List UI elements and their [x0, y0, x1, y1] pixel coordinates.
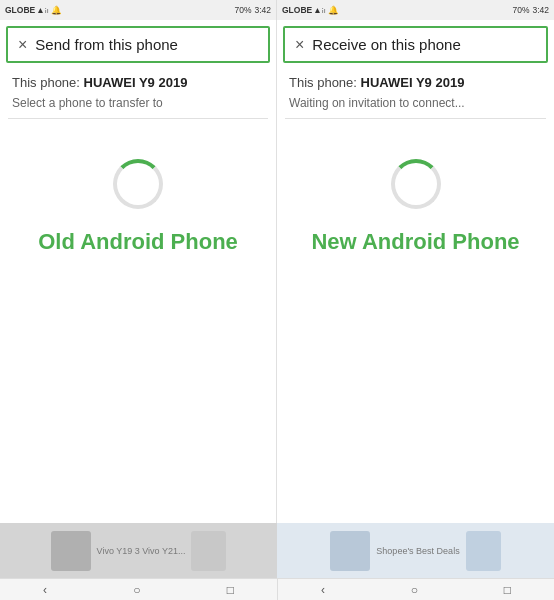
send-phone-name: HUAWEI Y9 2019 [84, 75, 188, 90]
ad-right-text: Shopee's Best Deals [374, 544, 461, 558]
receive-subtitle: Waiting on invitation to connect... [277, 94, 554, 118]
back-button-left[interactable]: ‹ [43, 583, 47, 597]
receive-phone-label: New Android Phone [311, 229, 519, 255]
ad-left: Vivo Y19 3 Vivo Y21... [0, 523, 277, 578]
status-bar-right: GLOBE ▲ᵢₗ 🔔 70% 3:42 [277, 0, 554, 20]
bottom-nav-right: ‹ ○ □ [277, 578, 554, 600]
recent-button-right[interactable]: □ [504, 583, 511, 597]
status-bar-left: GLOBE ▲ᵢₗ 🔔 70% 3:42 [0, 0, 277, 20]
send-phone-info: This phone: HUAWEI Y9 2019 [0, 63, 276, 94]
ad-left-text: Vivo Y19 3 Vivo Y21... [95, 544, 188, 558]
receive-phone-name: HUAWEI Y9 2019 [361, 75, 465, 90]
home-button-right[interactable]: ○ [411, 583, 418, 597]
send-phone-label: Old Android Phone [38, 229, 238, 255]
receive-title-bar: × Receive on this phone [283, 26, 548, 63]
battery-left: 70% [234, 5, 251, 15]
carrier-right: GLOBE [282, 5, 312, 15]
send-title-bar: × Send from this phone [6, 26, 270, 63]
send-close-button[interactable]: × [18, 37, 27, 53]
send-loading-spinner [113, 159, 163, 209]
receive-title: Receive on this phone [312, 36, 460, 53]
back-button-right[interactable]: ‹ [321, 583, 325, 597]
send-subtitle: Select a phone to transfer to [0, 94, 276, 118]
receive-loading-spinner [391, 159, 441, 209]
time-right: 3:42 [532, 5, 549, 15]
receive-close-button[interactable]: × [295, 37, 304, 53]
receive-panel: × Receive on this phone This phone: HUAW… [277, 20, 554, 600]
signal-icons-left: ▲ᵢₗ 🔔 [36, 5, 62, 15]
send-title: Send from this phone [35, 36, 178, 53]
ads-container: Vivo Y19 3 Vivo Y21... Shopee's Best Dea… [0, 523, 554, 578]
recent-button-left[interactable]: □ [227, 583, 234, 597]
bottom-nav-left: ‹ ○ □ [0, 578, 277, 600]
send-panel: × Send from this phone This phone: HUAWE… [0, 20, 277, 600]
signal-icons-right: ▲ᵢₗ 🔔 [313, 5, 339, 15]
battery-right: 70% [512, 5, 529, 15]
home-button-left[interactable]: ○ [133, 583, 140, 597]
carrier-left: GLOBE [5, 5, 35, 15]
receive-phone-info: This phone: HUAWEI Y9 2019 [277, 63, 554, 94]
bottom-navigation: ‹ ○ □ ‹ ○ □ [0, 578, 554, 600]
ad-right: Shopee's Best Deals [277, 523, 554, 578]
time-left: 3:42 [254, 5, 271, 15]
